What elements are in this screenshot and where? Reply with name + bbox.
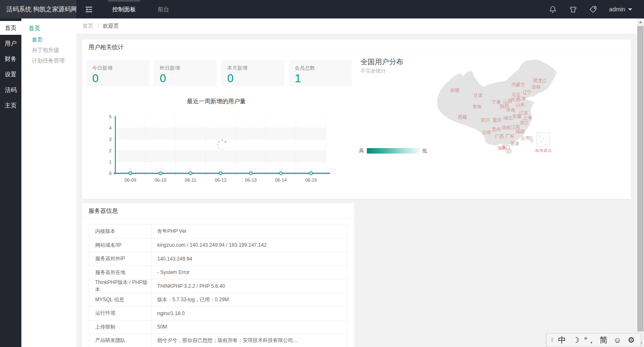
stat-value: 1 — [295, 72, 352, 85]
top-menu-item-0[interactable]: 控制面板 — [101, 0, 147, 18]
svg-text:香港: 香港 — [510, 141, 519, 146]
server-info-value: 青年PHP Ver — [151, 228, 347, 235]
svg-text:河南: 河南 — [506, 107, 515, 112]
server-info-value: 版本：5.7.33-log，已用：0.29M — [151, 296, 347, 303]
server-info-table: 内核版本 青年PHP Ver 网站域名/IP kingzuo.com / 140… — [89, 224, 348, 347]
breadcrumb-link[interactable]: 首页 — [83, 23, 93, 29]
stat-label: 今日新增 — [92, 65, 149, 72]
caret-down-icon — [628, 8, 632, 10]
server-info-row: 服务器所在地 - System Error — [89, 266, 347, 279]
simplified-mode[interactable]: 简 — [597, 334, 610, 347]
top-bar: 活码系统 狗凯之家源码网 控制面板前台 — [0, 0, 644, 18]
submenu-item-1[interactable]: 补丁包升级 — [21, 45, 76, 55]
collapse-icon[interactable] — [76, 0, 101, 18]
sidebar-item-5[interactable]: 主页 — [0, 99, 21, 112]
map-legend: 高 低 — [359, 147, 427, 154]
stat-card: 今日新增 0 — [86, 60, 149, 86]
server-info-label: 上传限制 — [89, 321, 151, 334]
server-info-value: - System Error — [151, 269, 347, 275]
svg-text:06-12: 06-12 — [215, 177, 226, 183]
svg-text:06-11: 06-11 — [185, 177, 196, 183]
bell-icon[interactable] — [543, 5, 563, 13]
server-info-label: MYSQL 信息 — [89, 293, 151, 307]
app-brand: 活码系统 狗凯之家源码网 — [0, 0, 76, 18]
svg-text:浙江: 浙江 — [520, 120, 529, 125]
svg-text:青海: 青海 — [473, 104, 482, 109]
svg-text:山东: 山东 — [516, 102, 525, 107]
stat-card: 昨日新增 0 — [154, 60, 217, 86]
top-menu: 控制面板前台 — [76, 0, 180, 18]
server-info-value: kingzuo.com / 140.143.249.94 / 183.199.1… — [151, 242, 347, 248]
gear-icon[interactable]: ⚙ — [624, 334, 638, 347]
svg-text:06-13: 06-13 — [245, 177, 257, 183]
sidebar-item-1[interactable]: 用户 — [0, 37, 21, 50]
submenu-item-0[interactable]: 首页 — [21, 34, 76, 45]
server-info-label: 服务器对外IP — [89, 252, 151, 266]
submenu-title[interactable]: 首页 — [21, 22, 76, 34]
user-menu[interactable]: admin — [609, 6, 632, 13]
primary-sidebar: 首页用户财务设置活码主页 — [0, 18, 21, 347]
svg-text:辽宁: 辽宁 — [522, 90, 532, 95]
server-info-label: 服务器所在地 — [89, 266, 151, 279]
svg-text:南海诸岛: 南海诸岛 — [535, 148, 552, 153]
svg-text:海南: 海南 — [497, 146, 506, 151]
moon-icon[interactable]: ☽ — [569, 334, 583, 347]
drag-handle[interactable]: ‖ — [549, 334, 555, 347]
server-info-value: THINKPHP 3.2.2 / PHP 5.6.40 — [151, 283, 347, 289]
sidebar-item-0[interactable]: 首页 — [0, 21, 21, 35]
sidebar-item-2[interactable]: 财务 — [0, 52, 21, 66]
svg-text:06-10: 06-10 — [155, 177, 166, 183]
server-info-label: ThinkPHP版本 / PHP版本 — [89, 279, 151, 293]
server-info-value: nginx/1.18.0 — [151, 310, 347, 316]
user-stats-panel-title: 用户相关统计 — [82, 39, 631, 55]
server-info-label: 产品研发团队 — [89, 334, 151, 347]
breadcrumb: 首页/欢迎页 — [76, 18, 644, 34]
server-info-row: ThinkPHP版本 / PHP版本 THINKPHP 3.2.2 / PHP … — [89, 279, 347, 293]
tshirt-icon[interactable] — [563, 5, 583, 13]
server-info-value: 朝兮夕兮，那你自己想想；版权所有：安琪技术科技有限公司... — [151, 337, 347, 344]
breadcrumb-separator: / — [97, 23, 99, 29]
china-map-svg: 新疆甘肃青海西藏内蒙古黑龙江吉林辽宁北京天津河北山西宁夏陕西山东河南江苏安徽上海… — [351, 56, 631, 182]
svg-text:3: 3 — [109, 137, 112, 142]
svg-text:4: 4 — [109, 125, 112, 130]
content-area: 用户相关统计 今日新增 0 昨日新增 0 本月新增 0 会员总数 1 最近一周新… — [76, 34, 637, 347]
vertical-scrollbar[interactable] — [637, 18, 644, 347]
sidebar-item-4[interactable]: 活码 — [0, 83, 21, 97]
chart-title: 最近一周新增的用户量 — [91, 98, 342, 105]
server-info-value: 50M — [151, 324, 347, 330]
china-map: 新疆甘肃青海西藏内蒙古黑龙江吉林辽宁北京天津河北山西宁夏陕西山东河南江苏安徽上海… — [351, 56, 631, 182]
stat-value: 0 — [227, 72, 284, 85]
svg-text:四川: 四川 — [481, 117, 490, 123]
svg-text:山西: 山西 — [503, 99, 512, 104]
stat-label: 会员总数 — [295, 65, 352, 72]
server-info-row: 产品研发团队 朝兮夕兮，那你自己想想；版权所有：安琪技术科技有限公司... — [89, 334, 347, 347]
svg-text:上海: 上海 — [523, 115, 532, 120]
stat-value: 0 — [160, 72, 217, 85]
svg-text:06-15: 06-15 — [305, 177, 317, 183]
user-name: admin — [609, 6, 625, 13]
svg-text:1: 1 — [109, 159, 112, 164]
stat-value: 0 — [92, 72, 149, 85]
tag-icon[interactable] — [583, 5, 603, 13]
scrollbar-thumb[interactable] — [637, 26, 644, 331]
server-info-label: 内核版本 — [89, 224, 151, 238]
stat-label: 本月新增 — [227, 65, 284, 72]
svg-text:06-14: 06-14 — [275, 177, 287, 183]
svg-text:黑龙江: 黑龙江 — [533, 78, 547, 83]
main-area: 首页/欢迎页 用户相关统计 今日新增 0 昨日新增 0 本月新增 0 会员总数 … — [76, 18, 644, 347]
svg-text:广东: 广东 — [505, 133, 514, 138]
punctuation-mode[interactable]: °， — [583, 334, 597, 347]
submenu-item-2[interactable]: 计划任务管理 — [21, 55, 76, 66]
scroll-up-button[interactable] — [637, 18, 644, 26]
server-info-label: 运行环境 — [89, 307, 151, 320]
emoji-icon[interactable]: ☺ — [610, 334, 624, 347]
top-menu-item-1[interactable]: 前台 — [147, 0, 180, 18]
server-info-row: 服务器对外IP 140.143.249.94 — [89, 252, 347, 266]
server-info-label: 网站域名/IP — [89, 239, 151, 252]
stat-card: 本月新增 0 — [221, 60, 284, 86]
legend-low-label: 低 — [422, 147, 427, 154]
chinese-mode[interactable]: 中 — [555, 334, 569, 347]
sidebar-item-3[interactable]: 设置 — [0, 68, 21, 81]
legend-gradient-bar — [367, 148, 419, 154]
server-info-row: 上传限制 50M — [89, 320, 347, 334]
